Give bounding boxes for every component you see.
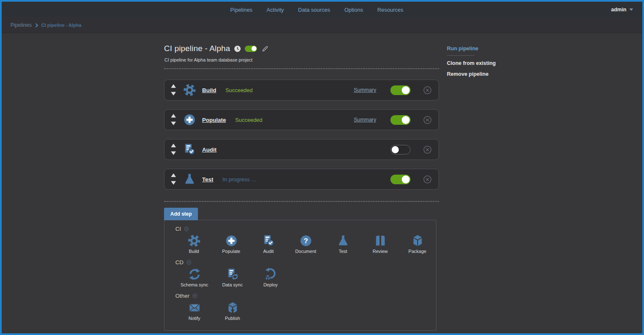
plus-circle-icon — [224, 234, 239, 248]
step-row-populate: Populate Succeeded Summary — [164, 109, 439, 130]
audit-check-icon — [182, 142, 197, 157]
deploy-cube-icon — [264, 267, 278, 281]
step-status: In progress ... — [223, 176, 256, 183]
breadcrumb-current: CI pipeline - Alpha — [41, 23, 82, 28]
user-name: admin — [611, 7, 626, 13]
step-enabled-toggle[interactable] — [390, 85, 411, 95]
reorder-handle[interactable] — [171, 84, 176, 96]
pipeline-steps: Build Succeeded Summary Populate Succeed… — [164, 80, 439, 198]
menu-divider — [447, 55, 475, 56]
step-enabled-toggle[interactable] — [390, 145, 411, 155]
group-items-ci: Build Populate Audit ? Document — [175, 234, 436, 254]
breadcrumb-chevron-icon — [35, 23, 38, 28]
pipeline-actions-menu: Run pipeline Clone from existing Remove … — [447, 46, 496, 82]
palette-item-label: Test — [339, 249, 347, 254]
user-menu[interactable]: admin — [611, 2, 633, 18]
group-items-cd: Schema sync Data sync Deploy — [175, 267, 436, 287]
top-nav: Pipelines Activity Data sources Options … — [2, 2, 642, 18]
palette-item-schema-sync[interactable]: Schema sync — [175, 267, 213, 287]
palette-item-data-sync[interactable]: Data sync — [213, 267, 251, 287]
palette-item-label: Data sync — [222, 282, 243, 287]
breadcrumb-root[interactable]: Pipelines — [10, 22, 32, 28]
gear-icon — [182, 83, 197, 97]
add-step-tab[interactable]: Add step — [164, 208, 198, 220]
envelope-icon — [187, 301, 202, 315]
cube-icon — [411, 234, 425, 248]
remove-step-icon[interactable] — [423, 175, 432, 184]
flask-icon — [336, 234, 350, 248]
main-nav: Pipelines Activity Data sources Options … — [230, 7, 403, 13]
palette-item-label: Package — [408, 249, 426, 254]
step-status: Succeeded — [226, 87, 253, 93]
group-label-cd: CD — [175, 259, 436, 265]
chevron-down-icon — [629, 8, 633, 11]
nav-item-data-sources[interactable]: Data sources — [298, 7, 330, 13]
group-label-text: CD — [175, 259, 184, 265]
remove-step-icon[interactable] — [423, 86, 432, 95]
palette-item-label: Review — [372, 249, 387, 254]
step-name-link[interactable]: Test — [202, 176, 213, 183]
palette-item-review[interactable]: Review — [362, 234, 399, 254]
app-window: Pipelines Activity Data sources Options … — [0, 0, 644, 335]
clone-pipeline-link[interactable]: Clone from existing — [447, 60, 496, 66]
add-step-panel: CI Build Populate Aud — [164, 220, 436, 331]
remove-pipeline-link[interactable]: Remove pipeline — [447, 71, 496, 77]
palette-item-publish[interactable]: Publish — [213, 301, 251, 321]
nav-item-options[interactable]: Options — [344, 7, 363, 13]
gear-icon — [187, 234, 201, 248]
palette-item-notify[interactable]: Notify — [175, 301, 213, 321]
palette-item-build[interactable]: Build — [175, 234, 213, 254]
palette-item-test[interactable]: Test — [324, 234, 362, 254]
group-label-ci: CI — [175, 225, 436, 232]
palette-item-populate[interactable]: Populate — [213, 234, 250, 254]
palette-item-deploy[interactable]: Deploy — [251, 267, 290, 287]
palette-item-document[interactable]: ? Document — [287, 234, 324, 254]
sync-arrows-icon — [187, 267, 202, 281]
pipeline-description: CI pipeline for Alpha team database proj… — [164, 57, 252, 62]
info-icon[interactable] — [192, 294, 197, 298]
palette-item-label: Schema sync — [180, 282, 208, 287]
palette-item-label: Document — [295, 249, 316, 254]
step-row-audit: Audit — [164, 139, 439, 160]
group-label-text: CI — [175, 226, 181, 232]
remove-step-icon[interactable] — [423, 116, 432, 124]
run-pipeline-link[interactable]: Run pipeline — [447, 46, 496, 52]
step-row-test: Test In progress ... — [164, 169, 439, 190]
publish-box-icon — [226, 301, 240, 315]
info-icon[interactable] — [187, 260, 191, 265]
pipeline-enabled-toggle[interactable] — [245, 46, 257, 52]
pipeline-title-row: CI pipeline - Alpha — [164, 44, 269, 53]
step-summary-link[interactable]: Summary — [354, 117, 376, 123]
flask-icon — [182, 172, 197, 186]
palette-item-label: Notify — [188, 316, 200, 321]
remove-step-icon[interactable] — [423, 145, 432, 154]
step-status: Succeeded — [235, 117, 262, 123]
nav-item-activity[interactable]: Activity — [267, 7, 284, 13]
edit-pencil-icon[interactable] — [262, 45, 269, 52]
palette-item-audit[interactable]: Audit — [250, 234, 287, 254]
book-icon — [373, 234, 387, 248]
step-summary-link[interactable]: Summary — [354, 87, 376, 93]
step-enabled-toggle[interactable] — [390, 175, 411, 184]
clock-icon — [234, 45, 241, 52]
svg-text:?: ? — [303, 237, 308, 245]
step-name-link[interactable]: Populate — [202, 117, 226, 123]
group-label-other: Other — [175, 292, 436, 299]
group-label-text: Other — [175, 293, 190, 299]
audit-check-icon — [262, 234, 276, 248]
nav-item-pipelines[interactable]: Pipelines — [230, 7, 252, 13]
reorder-handle[interactable] — [171, 114, 176, 126]
palette-item-label: Publish — [225, 316, 240, 321]
palette-item-package[interactable]: Package — [399, 234, 436, 254]
reorder-handle[interactable] — [171, 173, 176, 185]
step-name-link[interactable]: Build — [202, 87, 216, 93]
reorder-handle[interactable] — [171, 144, 176, 155]
step-name-link[interactable]: Audit — [202, 147, 217, 153]
step-row-build: Build Succeeded Summary — [164, 80, 439, 100]
step-enabled-toggle[interactable] — [390, 115, 411, 125]
divider — [164, 201, 439, 202]
question-circle-icon: ? — [299, 234, 313, 248]
nav-item-resources[interactable]: Resources — [377, 7, 403, 13]
palette-item-label: Deploy — [263, 282, 277, 287]
info-icon[interactable] — [184, 227, 189, 231]
